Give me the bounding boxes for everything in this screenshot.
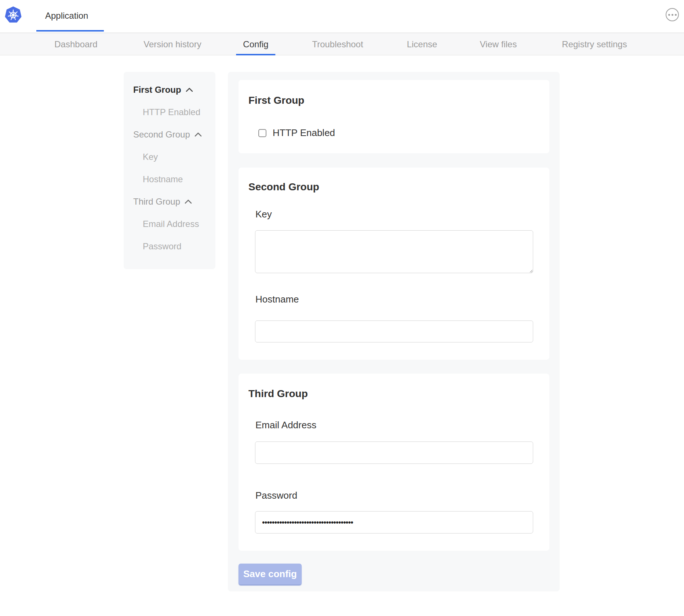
chevron-up-icon: [186, 88, 193, 92]
sidebar-item-http-enabled[interactable]: HTTP Enabled: [133, 107, 215, 118]
key-textarea[interactable]: [255, 230, 533, 273]
page: Application Dashboard Version history Co…: [0, 0, 684, 616]
nav-bar: Dashboard Version history Config Trouble…: [0, 33, 684, 55]
http-enabled-label: HTTP Enabled: [273, 127, 335, 139]
app-tab[interactable]: Application: [36, 0, 104, 33]
group-card-second: Second Group Key Hostname: [239, 168, 549, 360]
sidebar-item-third-group[interactable]: Third Group: [133, 196, 215, 207]
group-card-third: Third Group Email Address Password: [239, 374, 549, 551]
sidebar-item-key[interactable]: Key: [133, 151, 215, 162]
group-title: Second Group: [248, 181, 319, 193]
tab-license[interactable]: License: [407, 33, 437, 55]
active-tab-underline: [36, 30, 104, 32]
password-label: Password: [255, 490, 297, 501]
group-title: First Group: [248, 95, 304, 106]
tab-config[interactable]: Config: [243, 33, 268, 55]
email-address-label: Email Address: [255, 419, 316, 431]
header: Application: [0, 0, 684, 33]
password-input[interactable]: [255, 511, 533, 534]
tab-dashboard[interactable]: Dashboard: [54, 33, 97, 55]
tab-troubleshoot[interactable]: Troubleshoot: [312, 33, 363, 55]
ellipsis-menu-button[interactable]: [666, 8, 679, 21]
http-enabled-field: HTTP Enabled: [258, 127, 335, 139]
config-panel: First Group HTTP Enabled Second Group Ke…: [228, 72, 560, 591]
app-title: Application: [45, 0, 88, 32]
hostname-label: Hostname: [255, 294, 299, 305]
save-config-button[interactable]: Save config: [239, 564, 302, 584]
sidebar-item-second-group[interactable]: Second Group: [133, 129, 215, 140]
sidebar-item-hostname[interactable]: Hostname: [133, 174, 215, 185]
hostname-input[interactable]: [255, 320, 533, 342]
sidebar-item-password[interactable]: Password: [133, 241, 215, 252]
email-address-input[interactable]: [255, 441, 533, 464]
ellipsis-icon: [668, 14, 670, 16]
tab-version-history[interactable]: Version history: [143, 33, 201, 55]
chevron-up-icon: [185, 199, 192, 204]
group-title: Third Group: [248, 388, 308, 400]
tab-view-files[interactable]: View files: [480, 33, 517, 55]
sidebar-item-email-address[interactable]: Email Address: [133, 219, 215, 230]
config-sidebar: First Group HTTP Enabled Second Group Ke…: [124, 72, 215, 269]
group-card-first: First Group HTTP Enabled: [239, 80, 549, 153]
tab-registry-settings[interactable]: Registry settings: [562, 33, 627, 55]
chevron-up-icon: [194, 132, 202, 137]
sidebar-item-first-group[interactable]: First Group: [133, 84, 215, 95]
key-label: Key: [255, 209, 272, 220]
http-enabled-checkbox[interactable]: [258, 129, 266, 137]
kubernetes-logo-icon: [4, 6, 22, 23]
